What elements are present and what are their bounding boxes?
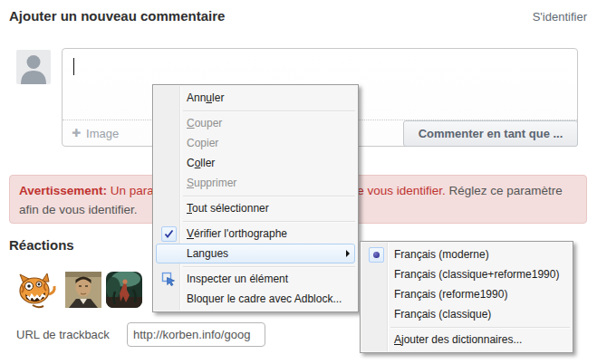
comment-submit-button[interactable]: Commenter en tant que ... xyxy=(403,120,578,147)
cat-cartoon-image xyxy=(14,271,57,311)
context-menu: AnnulerCouperCopierCollerSupprimerTout s… xyxy=(152,84,359,312)
menu-separator xyxy=(183,221,355,222)
menu-separator xyxy=(183,196,355,196)
menu-item-label: Supprimer xyxy=(183,177,353,189)
fantasy-art-avatar[interactable] xyxy=(106,272,142,308)
man-portrait-avatar[interactable] xyxy=(65,272,101,308)
man-portrait-image xyxy=(65,272,101,308)
menu-item-label: Coller xyxy=(183,157,353,169)
languages-submenu-item-francais-reforme1990[interactable]: Français (reforme1990) xyxy=(361,284,572,304)
context-menu-item-annuler[interactable]: Annuler xyxy=(154,88,357,108)
trackback-url-input[interactable] xyxy=(127,322,265,347)
context-menu-item-verifier-orthographe[interactable]: Vérifier l'orthographe xyxy=(154,224,357,244)
menu-item-label: Inspecter un élément xyxy=(183,273,353,285)
add-image-button[interactable]: Image xyxy=(86,127,119,140)
context-menu-item-coller[interactable]: Coller xyxy=(154,153,357,173)
trackback-label: URL de trackback xyxy=(16,328,110,341)
plus-icon: ✚ xyxy=(72,127,81,139)
menu-item-label: Vérifier l'orthographe xyxy=(183,227,353,240)
radio-dot-icon xyxy=(369,247,384,263)
menu-separator xyxy=(390,327,570,328)
menu-item-label: Français (classique+reforme1990) xyxy=(390,268,568,281)
menu-item-label: Français (moderne) xyxy=(390,248,568,261)
menu-separator xyxy=(183,266,355,267)
user-avatar-placeholder xyxy=(16,50,51,84)
menu-item-label: Français (classique) xyxy=(390,308,568,321)
context-menu-item-bloquer-adblock[interactable]: Bloquer le cadre avec Adblock... xyxy=(154,289,357,309)
text-caret xyxy=(73,58,74,75)
menu-item-label: Ajouter des dictionnaires... xyxy=(390,333,568,346)
fantasy-art-image xyxy=(106,272,142,308)
languages-submenu-item-francais-classique[interactable]: Français (classique) xyxy=(361,304,572,324)
context-menu-item-langues[interactable]: Langues xyxy=(154,244,357,263)
page-title: Ajouter un nouveau commentaire xyxy=(9,8,225,24)
menu-item-gutter xyxy=(154,272,183,286)
person-silhouette-icon xyxy=(16,50,51,84)
menu-item-gutter xyxy=(154,226,183,242)
context-menu-item-couper[interactable]: Couper xyxy=(154,113,357,133)
checkmark-icon xyxy=(161,226,177,242)
cat-cartoon-avatar[interactable] xyxy=(14,271,57,311)
menu-item-label: Bloquer le cadre avec Adblock... xyxy=(183,292,353,305)
menu-item-label: Annuler xyxy=(183,91,353,104)
languages-submenu-item-ajouter-dictionnaires[interactable]: Ajouter des dictionnaires... xyxy=(361,330,572,350)
menu-item-label: Langues xyxy=(183,247,346,260)
menu-separator xyxy=(183,110,355,111)
context-menu-item-copier[interactable]: Copier xyxy=(154,133,357,153)
reactions-title: Réactions xyxy=(9,237,74,253)
languages-submenu: Français (moderne)Français (classique+re… xyxy=(360,241,573,353)
warning-prefix: Avertissement: xyxy=(19,184,107,197)
submenu-arrow-icon xyxy=(346,250,350,257)
menu-item-gutter xyxy=(361,247,390,263)
languages-submenu-item-francais-classique-reforme1990[interactable]: Français (classique+reforme1990) xyxy=(361,264,572,284)
context-menu-item-supprimer[interactable]: Supprimer xyxy=(154,173,357,193)
menu-item-label: Copier xyxy=(183,137,353,149)
inspect-icon xyxy=(161,272,176,286)
context-menu-item-inspecter-element[interactable]: Inspecter un élément xyxy=(154,269,357,289)
languages-submenu-item-francais-moderne[interactable]: Français (moderne) xyxy=(361,244,572,264)
context-menu-item-tout-selectionner[interactable]: Tout sélectionner xyxy=(154,198,357,218)
menu-item-label: Tout sélectionner xyxy=(183,202,353,215)
comment-page: Ajouter un nouveau commentaire S'identif… xyxy=(0,0,597,364)
menu-item-label: Couper xyxy=(183,117,353,129)
menu-item-label: Français (reforme1990) xyxy=(390,288,568,301)
signin-link[interactable]: S'identifier xyxy=(533,10,587,24)
